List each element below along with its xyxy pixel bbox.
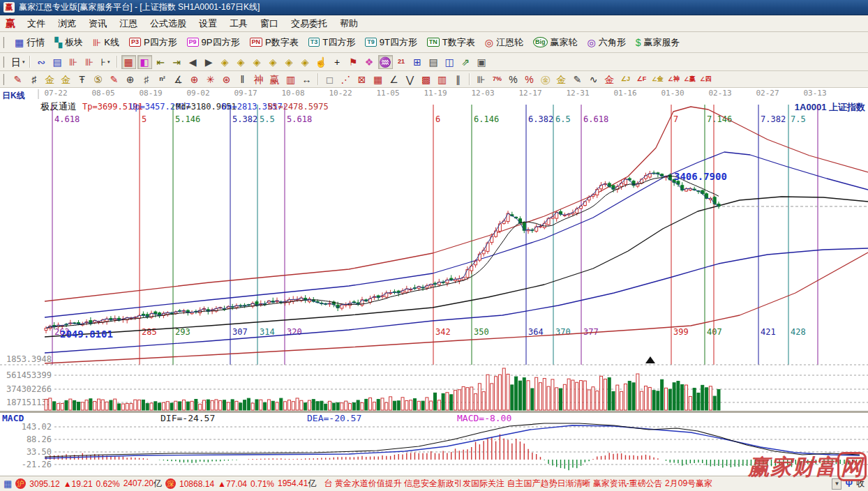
target-red-icon[interactable]: ⊕ xyxy=(187,73,202,86)
zoom-horizontal-icon[interactable]: ◈ xyxy=(250,55,264,69)
zoom-out-icon[interactable]: ◈ xyxy=(298,55,313,69)
calendar-icon[interactable]: 21 xyxy=(394,55,409,69)
compress-icon[interactable]: ◈ xyxy=(266,55,280,69)
brush-icon[interactable]: ✎ xyxy=(570,73,585,86)
time-grid-icon[interactable]: ▥ xyxy=(435,73,449,86)
info-panel-icon[interactable]: ▤ xyxy=(50,55,65,69)
color-kline-icon[interactable]: ◧ xyxy=(137,55,152,69)
angle-measure-icon[interactable]: ∡ xyxy=(171,73,186,86)
gold-line-icon[interactable]: 金 xyxy=(554,73,569,86)
menu-item-4[interactable]: 公式选股 xyxy=(144,17,193,30)
menu-item-7[interactable]: 窗口 xyxy=(254,17,285,30)
shift-left-icon[interactable]: ◈ xyxy=(218,55,232,69)
pattern-tool-icon[interactable]: ❖ xyxy=(362,55,377,69)
grid-lines-icon[interactable]: ♯ xyxy=(27,73,41,86)
t-square-button[interactable]: T3T四方形 xyxy=(304,34,360,51)
mini-chart-3-icon[interactable]: ⊪ xyxy=(66,55,81,69)
parallel-lines-icon[interactable]: ∥ xyxy=(451,73,465,86)
ruler-icon[interactable]: ▥ xyxy=(283,73,298,86)
fibonacci-icon[interactable]: Ŧ xyxy=(75,73,89,86)
p-square-button[interactable]: P3P四方形 xyxy=(124,34,182,51)
percent7-icon[interactable]: 7% xyxy=(490,73,504,86)
starburst-icon[interactable]: ✳ xyxy=(203,73,218,86)
p-number-button[interactable]: PNP数字表 xyxy=(245,34,304,51)
service-button[interactable]: $赢家服务 xyxy=(631,34,685,51)
hexagon-button[interactable]: ◎六角形 xyxy=(583,34,631,51)
ying-tool-icon[interactable]: 赢 xyxy=(267,73,282,86)
angle-tool-icon[interactable]: ⚑ xyxy=(346,55,361,69)
last-page-icon[interactable]: ⇥ xyxy=(170,55,184,69)
menu-item-8[interactable]: 交易委托 xyxy=(285,17,334,30)
sectors-button[interactable]: ▚板块 xyxy=(50,34,88,51)
export-icon[interactable]: ⇗ xyxy=(458,55,473,69)
percent-icon[interactable]: % xyxy=(506,73,521,86)
calculator-icon[interactable]: ⊞ xyxy=(410,55,425,69)
angle-si-icon[interactable]: ∠四 xyxy=(698,73,713,86)
angle-gold-icon[interactable]: ∠金 xyxy=(650,73,665,86)
menu-item-3[interactable]: 江恩 xyxy=(113,17,144,30)
shift-right-icon[interactable]: ◈ xyxy=(234,55,248,69)
menu-item-6[interactable]: 工具 xyxy=(223,17,254,30)
wave-a-icon[interactable]: ∿ xyxy=(586,73,601,86)
box-diag-icon[interactable]: ⊠ xyxy=(354,73,369,86)
angle-f-icon[interactable]: ∠F xyxy=(634,73,649,86)
p9-square-button[interactable]: P99P四方形 xyxy=(182,34,245,51)
span-arrows-icon[interactable]: ↔ xyxy=(299,73,314,86)
angle-set-icon[interactable]: ∠ xyxy=(387,73,401,86)
spiderweb-icon[interactable]: ⊛ xyxy=(219,73,234,86)
kline-button[interactable]: ⊪K线 xyxy=(88,34,124,51)
bracket-icon[interactable]: ‖ xyxy=(235,73,250,86)
menu-item-1[interactable]: 浏览 xyxy=(52,17,82,30)
print-icon[interactable]: ▣ xyxy=(474,55,489,69)
menu-item-0[interactable]: 文件 xyxy=(21,17,52,30)
hist-tool-icon[interactable]: ⊪ xyxy=(474,73,488,86)
collapse-label[interactable]: 收 xyxy=(856,478,865,490)
winner-wheel-button[interactable]: Big赢家轮 xyxy=(528,34,583,51)
period-selector[interactable]: 日▾ xyxy=(10,55,26,69)
gann-wheel-button[interactable]: ◎江恩轮 xyxy=(480,34,528,51)
gann-circle-icon[interactable]: ⊕ xyxy=(123,73,137,86)
gold-ratio-icon[interactable]: 金 xyxy=(43,73,57,86)
t9-square-button[interactable]: T99T四方形 xyxy=(360,34,422,51)
first-page-icon[interactable]: ⇤ xyxy=(154,55,168,69)
shen-tool-icon[interactable]: 神 xyxy=(251,73,266,86)
gold-circle-icon[interactable]: ㊎ xyxy=(538,73,553,86)
gann-box-icon[interactable]: ▦ xyxy=(121,55,136,69)
angle-ying-icon[interactable]: ∠赢 xyxy=(682,73,697,86)
gold-under-icon[interactable]: 金 xyxy=(602,73,617,86)
ratio-lines-icon[interactable]: ♯ xyxy=(139,73,154,86)
trend-pencil-icon[interactable]: ✎ xyxy=(10,73,25,86)
angle-shen-icon[interactable]: ∠神 xyxy=(666,73,681,86)
next-page-icon[interactable]: ▶ xyxy=(202,55,216,69)
n-square-icon[interactable]: n² xyxy=(155,73,170,86)
overlay-curve-icon[interactable]: ∾ xyxy=(34,55,49,69)
kline-chart-canvas[interactable]: 07-2208-0508-1909-0209-1710-0810-2211-05… xyxy=(0,88,868,476)
spiral-icon[interactable]: ⑤ xyxy=(91,73,105,86)
save-icon[interactable]: ◫ xyxy=(442,55,457,69)
quotes-button[interactable]: ▦行情 xyxy=(10,34,50,51)
gold-ratio2-icon[interactable]: 金 xyxy=(59,73,73,86)
prev-page-icon[interactable]: ◀ xyxy=(186,55,200,69)
fan-lines-icon[interactable]: ⋰ xyxy=(338,73,353,86)
pan-hand-icon[interactable]: ☝ xyxy=(314,55,329,69)
angle-j-icon[interactable]: ∠J xyxy=(618,73,633,86)
quote-grid-icon[interactable]: ▦ xyxy=(3,478,12,489)
pencil-red-icon[interactable]: ✎ xyxy=(107,73,121,86)
broadcast-icon[interactable]: Ψ xyxy=(845,478,853,489)
menu-item-9[interactable]: 帮助 xyxy=(334,17,364,30)
t-number-button[interactable]: TNT数字表 xyxy=(422,34,480,51)
crosshair-icon[interactable]: + xyxy=(330,55,345,69)
box-tool-icon[interactable]: ◻ xyxy=(322,73,337,86)
price-grid-icon[interactable]: ▩ xyxy=(419,73,433,86)
wave-tool-icon[interactable]: ♒ xyxy=(378,55,393,69)
candle-style-selector[interactable]: ⊦▾ xyxy=(98,55,113,69)
check-lines-icon[interactable]: ⋁ xyxy=(403,73,417,86)
menu-item-2[interactable]: 资讯 xyxy=(82,17,113,30)
notes-icon[interactable]: ▤ xyxy=(426,55,441,69)
mini-chart-9-icon[interactable]: ⊪ xyxy=(82,55,97,69)
zoom-in-icon[interactable]: ◈ xyxy=(282,55,297,69)
net-grid-icon[interactable]: ▦ xyxy=(371,73,385,86)
menu-item-5[interactable]: 设置 xyxy=(193,17,223,30)
percent-line-icon[interactable]: % xyxy=(522,73,537,86)
ticker-dropdown[interactable]: ▼ xyxy=(832,478,841,490)
